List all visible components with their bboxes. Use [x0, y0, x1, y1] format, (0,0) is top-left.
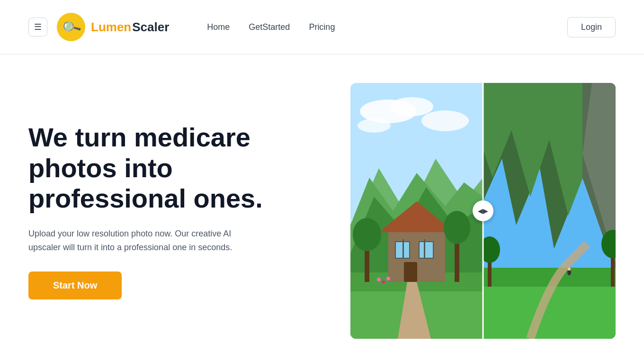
logo-scaler: Scaler: [132, 20, 169, 35]
magnifier-icon: 🔍: [60, 16, 82, 38]
svg-rect-19: [455, 239, 459, 282]
nav-getstarted-link[interactable]: GetStarted: [249, 22, 290, 32]
hero-heading: We turn medicare photos into professiona…: [28, 122, 294, 214]
hero-text: We turn medicare photos into professiona…: [28, 122, 294, 299]
logo-icon: 🔍: [57, 13, 85, 41]
start-now-button[interactable]: Start Now: [28, 272, 122, 299]
hero-subtext: Upload your low resolution photo now. Ou…: [28, 227, 256, 254]
svg-rect-13: [419, 242, 433, 258]
nav-left: ☰ 🔍 Lumen Scaler: [28, 13, 169, 41]
navbar: ☰ 🔍 Lumen Scaler Home GetStarted Pricing…: [0, 0, 644, 54]
logo-lumen: Lumen: [91, 20, 131, 35]
svg-point-22: [377, 278, 381, 281]
image-before: [350, 83, 483, 339]
svg-rect-14: [424, 239, 425, 258]
hamburger-icon: ☰: [34, 22, 42, 32]
svg-point-20: [444, 211, 470, 244]
svg-point-24: [386, 277, 390, 281]
svg-point-18: [353, 218, 381, 251]
nav-links: Home GetStarted Pricing: [207, 22, 335, 32]
hero-section: We turn medicare photos into professiona…: [0, 54, 644, 362]
hamburger-button[interactable]: ☰: [28, 18, 47, 36]
nav-home-link[interactable]: Home: [207, 22, 230, 32]
comparison-handle[interactable]: ◀▶: [473, 200, 493, 221]
image-comparison: ◀▶: [350, 83, 616, 339]
comparison-container: ◀▶: [350, 83, 616, 339]
login-button[interactable]: Login: [567, 17, 616, 37]
svg-rect-15: [402, 239, 404, 258]
svg-rect-39: [611, 253, 615, 287]
svg-point-3: [421, 110, 469, 131]
svg-point-23: [382, 281, 385, 283]
handle-arrows-icon: ◀▶: [478, 207, 488, 215]
nav-pricing-link[interactable]: Pricing: [309, 22, 335, 32]
svg-point-4: [358, 118, 391, 133]
svg-point-2: [391, 97, 433, 116]
svg-point-42: [568, 268, 571, 271]
svg-rect-16: [404, 262, 417, 282]
image-after: [483, 83, 616, 339]
nav-right: Login: [567, 17, 616, 37]
logo-text: Lumen Scaler: [91, 20, 169, 35]
